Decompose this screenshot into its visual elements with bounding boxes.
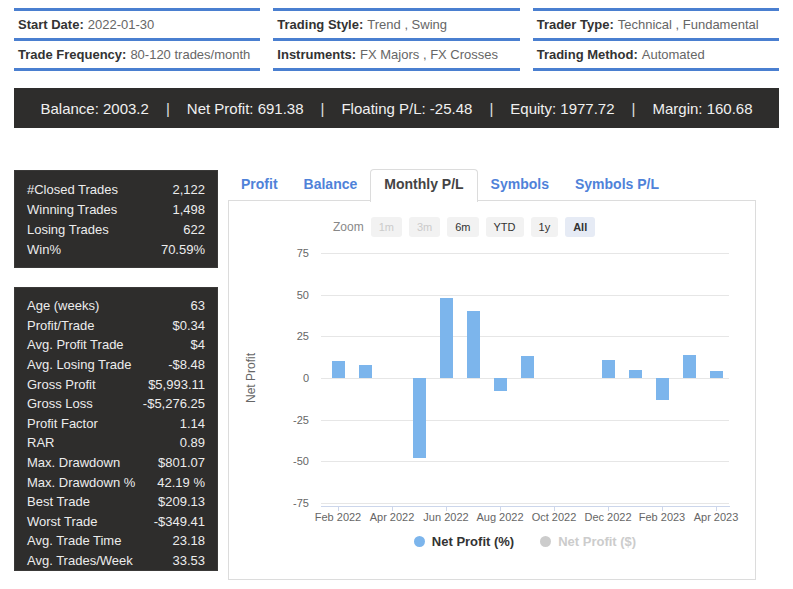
gridline-25 (321, 336, 729, 337)
trader-info-grid: Start Date:2022-01-30Trading Style:Trend… (14, 8, 779, 71)
legend-item-net-profit[interactable]: Net Profit (%) (414, 534, 514, 549)
row-label: Gross Loss (27, 396, 93, 411)
x-tick-mark (662, 506, 663, 511)
zoom-button-1m: 1m (371, 217, 402, 237)
stat-row-worst-trade: Worst Trade-$349.41 (27, 512, 205, 532)
gridline--75 (321, 503, 729, 504)
row-value: $801.07 (158, 455, 205, 470)
x-tick-label-feb-2023: Feb 2023 (639, 511, 685, 523)
stat-balance: Balance: 2003.2 (40, 100, 148, 117)
stat-label: Floating P/L: (341, 100, 429, 117)
stat-value: -25.48 (430, 100, 473, 117)
stat-row-closed-trades: #Closed Trades2,122 (27, 179, 205, 199)
x-tick-mark (392, 506, 393, 511)
row-label: Max. Drawdown (27, 455, 120, 470)
x-tick-label-aug-2022: Aug 2022 (476, 511, 523, 523)
stat-row-avg-profit-trade: Avg. Profit Trade$4 (27, 335, 205, 355)
row-value: $209.13 (158, 494, 205, 509)
legend-label: Net Profit ($) (558, 534, 636, 549)
row-value: 2,122 (172, 182, 205, 197)
zoom-button-1y[interactable]: 1y (531, 217, 559, 237)
x-axis-line (321, 506, 730, 507)
monthly-pl-chart-panel: Zoom 1m3m6mYTD1yAll Net Profit Net Profi… (228, 200, 756, 580)
chart-legend: Net Profit (%)Net Profit ($) (321, 534, 729, 549)
bar-feb-2022 (332, 361, 345, 378)
info-cell-start-date: Start Date:2022-01-30 (14, 8, 260, 41)
tab-profit[interactable]: Profit (228, 170, 291, 201)
row-label: Worst Trade (27, 514, 98, 529)
stat-label: Net Profit: (187, 100, 258, 117)
zoom-button-3m: 3m (409, 217, 440, 237)
plot-area (321, 253, 729, 503)
x-tick-mark (446, 506, 447, 511)
x-tick-mark (338, 506, 339, 511)
x-tick-label-feb-2022: Feb 2022 (315, 511, 361, 523)
bar-jul-2022 (467, 311, 480, 378)
gridline--50 (321, 461, 729, 462)
row-label: RAR (27, 435, 54, 450)
closed-trades-panel: #Closed Trades2,122Winning Trades1,498Lo… (14, 170, 218, 268)
tab-monthly-p-l[interactable]: Monthly P/L (370, 169, 477, 202)
stat-row-avg-losing-trade: Avg. Losing Trade-$8.48 (27, 355, 205, 375)
separator: | (321, 100, 325, 117)
row-label: Age (weeks) (27, 298, 99, 313)
info-cell-trading-method: Trading Method:Automated (533, 41, 779, 71)
row-value: $0.34 (172, 318, 205, 333)
stat-row-rar: RAR0.89 (27, 433, 205, 453)
y-tick-label: -25 (269, 414, 309, 426)
separator: | (632, 100, 636, 117)
legend-label: Net Profit (%) (432, 534, 514, 549)
info-value: FX Majors , FX Crosses (360, 47, 498, 62)
stat-value: 160.68 (707, 100, 753, 117)
row-label: Avg. Trades/Week (27, 553, 133, 568)
zoom-button-6m[interactable]: 6m (447, 217, 478, 237)
zoom-button-ytd[interactable]: YTD (486, 217, 524, 237)
info-label: Trade Frequency: (18, 47, 126, 62)
row-value: 622 (183, 222, 205, 237)
range-selector: Zoom 1m3m6mYTD1yAll (333, 217, 595, 237)
row-value: 63 (191, 298, 205, 313)
row-label: Losing Trades (27, 222, 109, 237)
x-tick-mark (500, 506, 501, 511)
bar-jun-2022 (440, 298, 453, 378)
stat-row-max-drawdown: Max. Drawdown %42.19 % (27, 472, 205, 492)
x-tick-label-dec-2022: Dec 2022 (584, 511, 631, 523)
row-value: -$8.48 (168, 357, 205, 372)
bar-mar-2023 (683, 355, 696, 378)
legend-dot (414, 536, 425, 547)
stat-value: 691.38 (258, 100, 304, 117)
gridline-75 (321, 253, 729, 254)
x-tick-mark (608, 506, 609, 511)
y-axis-title: Net Profit (244, 353, 258, 403)
info-value: Automated (642, 47, 705, 62)
y-tick-label: 0 (269, 372, 309, 384)
stat-row-losing-trades: Losing Trades622 (27, 219, 205, 239)
info-cell-instruments: Instruments:FX Majors , FX Crosses (273, 41, 519, 71)
info-label: Trading Style: (277, 17, 363, 32)
row-label: Max. Drawdown % (27, 475, 135, 490)
y-tick-label: 25 (269, 330, 309, 342)
row-value: -$349.41 (154, 514, 205, 529)
legend-item-net-profit[interactable]: Net Profit ($) (540, 534, 636, 549)
stat-value: 1977.72 (560, 100, 614, 117)
row-label: Avg. Losing Trade (27, 357, 132, 372)
stat-label: Balance: (40, 100, 103, 117)
tab-balance[interactable]: Balance (291, 170, 371, 201)
stat-row-gross-loss: Gross Loss-$5,276.25 (27, 394, 205, 414)
info-value: 2022-01-30 (88, 17, 155, 32)
row-value: 42.19 % (157, 475, 205, 490)
row-value: 23.18 (172, 533, 205, 548)
bar-apr-2023 (710, 371, 723, 378)
info-label: Instruments: (277, 47, 356, 62)
stat-row-profit-trade: Profit/Trade$0.34 (27, 316, 205, 336)
bar-may-2022 (413, 378, 426, 458)
y-tick-label: 50 (269, 289, 309, 301)
y-tick-label: -50 (269, 455, 309, 467)
stat-row-winning-trades: Winning Trades1,498 (27, 199, 205, 219)
chart-tabs: ProfitBalanceMonthly P/LSymbolsSymbols P… (228, 171, 672, 201)
info-cell-trader-type: Trader Type:Technical , Fundamental (533, 8, 779, 41)
zoom-button-all[interactable]: All (565, 217, 595, 237)
tab-symbols-p-l[interactable]: Symbols P/L (562, 170, 672, 201)
tab-symbols[interactable]: Symbols (478, 170, 562, 201)
info-value: Technical , Fundamental (618, 17, 759, 32)
